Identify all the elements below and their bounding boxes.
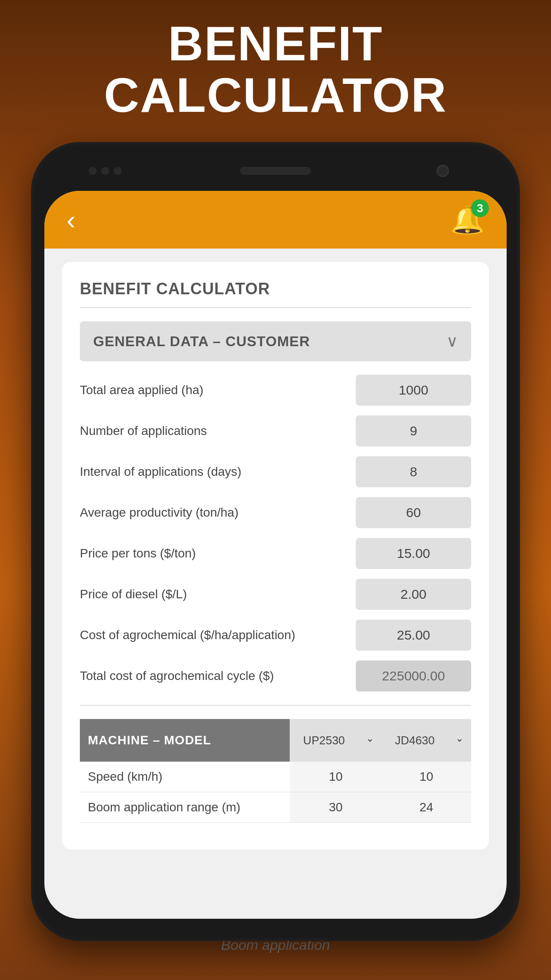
front-sensors [89, 167, 122, 175]
notification-badge: 3 [471, 199, 489, 217]
boom-val2: 24 [382, 792, 471, 823]
model1-select-col[interactable]: UP2530 [290, 719, 382, 762]
field-input-3[interactable] [356, 497, 471, 528]
field-label-7: Total cost of agrochemical cycle ($) [80, 668, 356, 684]
machine-header: MACHINE – MODEL [80, 719, 290, 762]
title-divider [80, 307, 471, 308]
front-camera [437, 165, 449, 177]
table-row-speed: Speed (km/h) 10 10 [80, 762, 471, 792]
field-label-3: Average productivity (ton/ha) [80, 505, 356, 521]
sensor-3 [114, 167, 122, 175]
section-title: BENEFIT CALCULATOR [80, 280, 471, 298]
field-row-2: Interval of applications (days) [80, 456, 471, 487]
chevron-down-icon: ∨ [446, 332, 458, 351]
model2-dropdown[interactable]: JD4630 [390, 729, 463, 752]
field-row-3: Average productivity (ton/ha) [80, 497, 471, 528]
model2-select-col[interactable]: JD4630 [382, 719, 471, 762]
speed-val2: 10 [382, 762, 471, 792]
page-title: BENEFIT CALCULATOR [0, 18, 551, 120]
notification-button[interactable]: 🔔 3 [450, 204, 484, 236]
app-header: ‹ 🔔 3 [44, 191, 507, 249]
field-input-5[interactable] [356, 579, 471, 610]
section-divider [80, 705, 471, 706]
field-input-1[interactable] [356, 415, 471, 447]
field-label-2: Interval of applications (days) [80, 464, 356, 480]
field-row-7: Total cost of agrochemical cycle ($) [80, 660, 471, 692]
field-input-2[interactable] [356, 456, 471, 487]
top-title-area: BENEFIT CALCULATOR [0, 18, 551, 120]
field-row-0: Total area applied (ha) [80, 375, 471, 406]
phone-frame: ‹ 🔔 3 BENEFIT CALCULATOR GENERAL DATA – … [31, 142, 520, 980]
phone-screen: ‹ 🔔 3 BENEFIT CALCULATOR GENERAL DATA – … [44, 191, 507, 919]
table-row-boom: Boom application range (m) 30 24 [80, 792, 471, 823]
general-data-dropdown[interactable]: GENERAL DATA – CUSTOMER ∨ [80, 321, 471, 361]
phone-top-bar [44, 155, 507, 186]
app-content: BENEFIT CALCULATOR GENERAL DATA – CUSTOM… [62, 262, 489, 850]
field-row-5: Price of diesel ($/L) [80, 579, 471, 610]
phone-outer: ‹ 🔔 3 BENEFIT CALCULATOR GENERAL DATA – … [31, 142, 520, 941]
field-input-4[interactable] [356, 538, 471, 569]
field-input-7 [356, 660, 471, 692]
title-line2: CALCULATOR [104, 67, 447, 122]
boom-val1: 30 [290, 792, 382, 823]
field-row-1: Number of applications [80, 415, 471, 447]
field-input-6[interactable] [356, 620, 471, 651]
machine-table: MACHINE – MODEL UP2530 JD4630 [80, 719, 471, 823]
dropdown-label: GENERAL DATA – CUSTOMER [93, 333, 310, 350]
field-input-0[interactable] [356, 375, 471, 406]
sensor-2 [101, 167, 109, 175]
title-line1: BENEFIT [168, 16, 383, 71]
field-label-4: Price per tons ($/ton) [80, 545, 356, 561]
back-button[interactable]: ‹ [67, 205, 75, 235]
speaker [240, 167, 311, 175]
field-label-1: Number of applications [80, 423, 356, 439]
model1-dropdown[interactable]: UP2530 [298, 729, 374, 752]
boom-label: Boom application range (m) [80, 792, 290, 823]
field-row-6: Cost of agrochemical ($/ha/application) [80, 620, 471, 651]
speed-val1: 10 [290, 762, 382, 792]
field-row-4: Price per tons ($/ton) [80, 538, 471, 569]
sensor-1 [89, 167, 97, 175]
field-label-5: Price of diesel ($/L) [80, 586, 356, 602]
speed-label: Speed (km/h) [80, 762, 290, 792]
field-label-6: Cost of agrochemical ($/ha/application) [80, 627, 356, 643]
field-label-0: Total area applied (ha) [80, 382, 356, 398]
